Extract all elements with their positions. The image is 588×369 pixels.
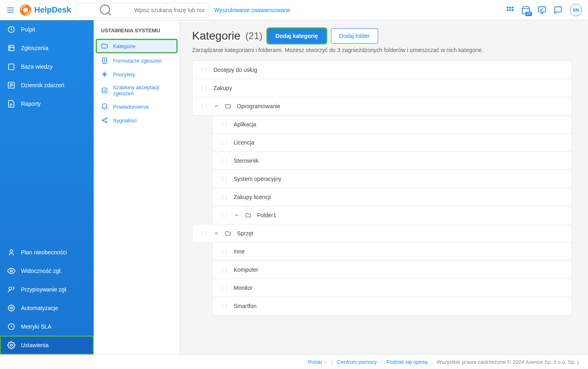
chat-icon[interactable] bbox=[554, 6, 563, 15]
sidebar-item-automatyzacje[interactable]: Automatyzacje bbox=[0, 299, 94, 317]
category-label: Zakupy licencji bbox=[234, 194, 271, 200]
svg-rect-15 bbox=[8, 45, 14, 50]
settings-item-kategorie[interactable]: Kategorie bbox=[96, 39, 177, 53]
sidebar-item-widoczność-zgł-[interactable]: Widoczność zgł. bbox=[0, 262, 94, 280]
sidebar-item-przypisywanie-zgł-[interactable]: Przypisywanie zgł. bbox=[0, 280, 94, 299]
category-list: ⋮⋮Dostępy do usług⋮⋮Zakupy⋮⋮Oprogramowan… bbox=[192, 61, 576, 346]
svg-rect-6 bbox=[509, 6, 511, 8]
chevron-up-icon bbox=[324, 361, 328, 365]
category-row[interactable]: ⋮⋮Oprogramowanie bbox=[192, 97, 572, 115]
category-row[interactable]: ⋮⋮Zakupy bbox=[192, 79, 572, 97]
drag-handle-icon[interactable]: ⋮⋮ bbox=[200, 67, 208, 73]
search-box[interactable] bbox=[76, 3, 209, 17]
footer: Polski | Centrum pomocy | Podziel się op… bbox=[0, 354, 588, 369]
category-label: Oprogramowanie bbox=[237, 103, 280, 109]
app-name: HelpDesk bbox=[34, 5, 71, 15]
drag-handle-icon[interactable]: ⋮⋮ bbox=[220, 249, 228, 254]
apps-grid-icon[interactable] bbox=[506, 6, 514, 14]
hamburger-menu[interactable] bbox=[6, 6, 15, 15]
drag-handle-icon[interactable]: ⋮⋮ bbox=[220, 212, 228, 218]
svg-point-31 bbox=[106, 122, 107, 123]
svg-rect-10 bbox=[512, 9, 513, 10]
sidebar-item-baza-wiedzy[interactable]: Baza wiedzy bbox=[0, 57, 94, 76]
sidebar: PulpitZgłoszeniaBaza wiedzyDziennik zdar… bbox=[0, 20, 94, 354]
sidebar-item-ustawienia[interactable]: Ustawienia bbox=[0, 336, 94, 354]
svg-line-4 bbox=[108, 13, 111, 15]
category-row[interactable]: ⋮⋮Licencja bbox=[212, 133, 572, 152]
folder-icon bbox=[245, 212, 251, 218]
sidebar-item-zgłoszenia[interactable]: Zgłoszenia bbox=[0, 39, 94, 57]
category-row[interactable]: ⋮⋮Folder1 bbox=[212, 206, 572, 224]
category-label: Zakupy bbox=[213, 85, 232, 91]
category-row[interactable]: ⋮⋮Zakupy licencji bbox=[212, 188, 572, 206]
topbar: HelpDesk Wyszukiwanie zaawansowane 27 SN bbox=[0, 0, 588, 20]
sidebar-icon bbox=[7, 100, 15, 108]
category-row[interactable]: ⋮⋮Smartfon bbox=[212, 297, 572, 315]
category-label: Komputer bbox=[234, 266, 258, 273]
category-row[interactable]: ⋮⋮Dostępy do usług bbox=[192, 61, 572, 79]
settings-item-sygnaliści[interactable]: Sygnaliści bbox=[94, 113, 180, 127]
svg-point-3 bbox=[100, 5, 110, 14]
feedback-link[interactable]: Podziel się opinią bbox=[386, 359, 427, 365]
sidebar-icon bbox=[7, 267, 15, 275]
category-label: Sterownik bbox=[234, 157, 258, 164]
drag-handle-icon[interactable]: ⋮⋮ bbox=[220, 194, 228, 200]
drag-handle-icon[interactable]: ⋮⋮ bbox=[220, 285, 228, 291]
drag-handle-icon[interactable]: ⋮⋮ bbox=[200, 85, 208, 91]
page-description: Zarządzanie kategoriami i folderami. Moż… bbox=[192, 47, 576, 53]
category-row[interactable]: ⋮⋮System operacyjny bbox=[212, 170, 572, 188]
sidebar-item-raporty[interactable]: Raporty bbox=[0, 94, 94, 113]
drag-handle-icon[interactable]: ⋮⋮ bbox=[220, 303, 228, 309]
language-selector[interactable]: Polski bbox=[308, 359, 327, 365]
copyright: Wszystkie prawa zastrzeżone © 2024 Axenc… bbox=[437, 359, 580, 365]
drag-handle-icon[interactable]: ⋮⋮ bbox=[200, 231, 208, 236]
drag-handle-icon[interactable]: ⋮⋮ bbox=[200, 103, 208, 109]
settings-panel-title: USTAWIENIA SYSTEMU bbox=[94, 27, 180, 38]
sidebar-item-plan-nieobecności[interactable]: Plan nieobecności bbox=[0, 243, 94, 262]
logo-icon bbox=[20, 4, 31, 16]
category-row[interactable]: ⋮⋮Inne bbox=[212, 242, 572, 261]
drag-handle-icon[interactable]: ⋮⋮ bbox=[220, 267, 228, 273]
category-row[interactable]: ⋮⋮Sterownik bbox=[212, 151, 572, 170]
search-input[interactable] bbox=[134, 7, 205, 13]
category-row[interactable]: ⋮⋮Monitor bbox=[212, 279, 572, 297]
sidebar-item-pulpit[interactable]: Pulpit bbox=[0, 20, 94, 39]
sidebar-item-metryki-sla[interactable]: Metryki SLA bbox=[0, 317, 94, 336]
svg-rect-9 bbox=[509, 9, 511, 10]
settings-item-szablony-akceptacji-zgłoszeń[interactable]: Szablony akceptacji zgłoszeń bbox=[94, 81, 180, 100]
chevron-up-icon[interactable] bbox=[213, 231, 219, 236]
svg-point-22 bbox=[9, 287, 12, 290]
inbox-icon[interactable]: 27 bbox=[521, 6, 530, 15]
category-row[interactable]: ⋮⋮Komputer bbox=[212, 260, 572, 279]
settings-item-powiadomienia[interactable]: Powiadomienia bbox=[94, 100, 180, 113]
search-icon bbox=[80, 3, 131, 17]
settings-item-priorytety[interactable]: Priorytety bbox=[94, 67, 180, 81]
category-label: Licencja bbox=[234, 139, 254, 146]
logo[interactable]: HelpDesk bbox=[20, 4, 71, 16]
drag-handle-icon[interactable]: ⋮⋮ bbox=[220, 158, 228, 164]
add-folder-button[interactable]: Dodaj folder bbox=[331, 28, 379, 44]
drag-handle-icon[interactable]: ⋮⋮ bbox=[220, 176, 228, 182]
help-center-link[interactable]: Centrum pomocy bbox=[337, 359, 377, 365]
category-label: Inne bbox=[234, 248, 245, 255]
sidebar-icon bbox=[7, 341, 15, 349]
sidebar-icon bbox=[7, 44, 15, 52]
settings-icon bbox=[101, 103, 108, 110]
category-row[interactable]: ⋮⋮Aplikacja bbox=[212, 115, 572, 134]
add-category-button[interactable]: Dodaj kategorię bbox=[268, 29, 326, 43]
category-row[interactable]: ⋮⋮Sprzęt bbox=[192, 224, 572, 243]
settings-item-formularze-zgłoszeń[interactable]: Formularze zgłoszeń bbox=[94, 54, 180, 67]
settings-icon bbox=[101, 117, 108, 124]
settings-icon bbox=[101, 71, 108, 78]
chevron-up-icon[interactable] bbox=[213, 103, 219, 109]
sidebar-item-dziennik-zdarzeń[interactable]: Dziennik zdarzeń bbox=[0, 76, 94, 94]
sidebar-icon bbox=[7, 248, 15, 256]
page-count: (21) bbox=[245, 30, 263, 42]
svg-point-23 bbox=[10, 307, 13, 309]
drag-handle-icon[interactable]: ⋮⋮ bbox=[220, 122, 228, 127]
advanced-search-link[interactable]: Wyszukiwanie zaawansowane bbox=[214, 7, 290, 13]
drag-handle-icon[interactable]: ⋮⋮ bbox=[220, 140, 228, 145]
chevron-up-icon[interactable] bbox=[234, 212, 239, 218]
user-avatar[interactable]: SN bbox=[570, 4, 582, 16]
monitor-icon[interactable] bbox=[538, 6, 546, 15]
